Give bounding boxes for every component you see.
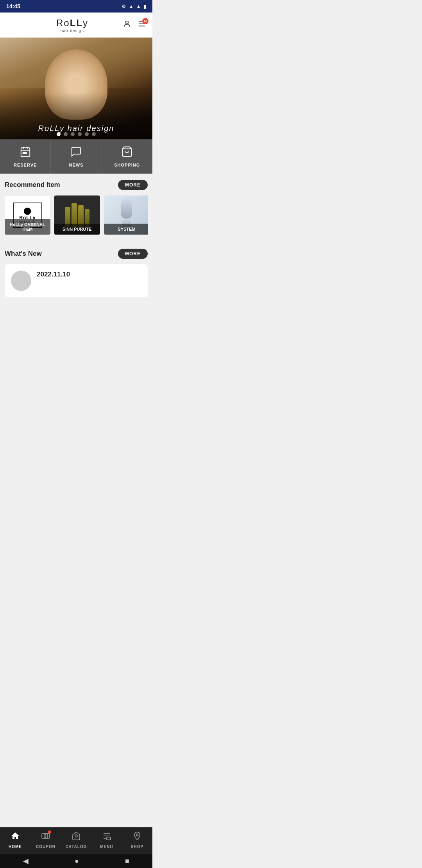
logo-main-text: RoLLy <box>56 18 88 29</box>
recommend-more-button[interactable]: MORE <box>118 180 148 190</box>
logo-sub-text: hair design <box>61 29 84 33</box>
hero-image: RoLLy hair design <box>0 38 152 139</box>
hero-carousel: RoLLy hair design <box>0 38 152 139</box>
product-label-sinn: SINN PURUTE <box>54 224 100 235</box>
news-card[interactable]: 2022.11.10 <box>5 264 148 297</box>
app-header: RoLLy hair design N <box>0 13 152 38</box>
svg-rect-8 <box>23 152 24 154</box>
product-grid: ⬤ RoLLy ORIGINAL RoLLy ORIGINAL ITEM <box>5 195 148 236</box>
quick-nav-news[interactable]: NEWS <box>51 140 102 174</box>
product-card-sinn[interactable]: SINN PURUTE <box>54 195 100 235</box>
whats-new-section: What's New MORE 2022.11.10 <box>0 242 152 303</box>
quick-nav-shopping[interactable]: SHOPPING <box>102 140 152 174</box>
svg-point-0 <box>125 21 128 24</box>
profile-button[interactable] <box>123 20 131 30</box>
settings-icon: ⚙ <box>122 4 126 9</box>
status-time: 14:45 <box>6 3 20 9</box>
notification-badge: N <box>142 18 148 24</box>
status-icons: ⚙ ▲ ▲ ▮ <box>122 4 146 9</box>
whats-new-header: What's New MORE <box>5 249 148 259</box>
signal-icon: ▲ <box>136 4 141 9</box>
shopping-label: SHOPPING <box>114 163 140 167</box>
product-card-system[interactable]: SYSTEM <box>104 195 148 235</box>
news-date: 2022.11.10 <box>37 271 70 278</box>
reserve-icon <box>20 146 31 160</box>
menu-button[interactable]: N <box>138 20 146 30</box>
quick-nav: RESERVE NEWS SHOPPING <box>0 139 152 174</box>
wifi-icon: ▲ <box>129 4 134 9</box>
svg-rect-9 <box>25 152 26 154</box>
recommend-title: Recommend Item <box>5 181 60 189</box>
shopping-icon <box>121 146 133 160</box>
header-actions: N <box>123 20 146 30</box>
reserve-label: RESERVE <box>14 163 37 167</box>
recommend-section: Recommend Item MORE ⬤ RoLLy ORIGINAL RoL… <box>0 174 152 242</box>
product-label-system: SYSTEM <box>104 224 148 235</box>
product-label-rolly: RoLLy ORIGINAL ITEM <box>5 219 50 235</box>
hero-text: RoLLy hair design <box>0 124 152 133</box>
news-label: NEWS <box>69 163 83 167</box>
brand-logo: RoLLy hair design <box>56 18 88 33</box>
quick-nav-reserve[interactable]: RESERVE <box>0 140 51 174</box>
news-content: 2022.11.10 <box>37 271 70 278</box>
news-avatar <box>11 271 31 291</box>
battery-icon: ▮ <box>143 4 146 9</box>
news-icon <box>70 146 82 160</box>
recommend-header: Recommend Item MORE <box>5 180 148 190</box>
hero-brand-text: RoLLy hair design <box>38 124 114 133</box>
status-bar: 14:45 ⚙ ▲ ▲ ▮ <box>0 0 152 13</box>
product-card-rolly[interactable]: ⬤ RoLLy ORIGINAL RoLLy ORIGINAL ITEM <box>5 195 50 235</box>
whats-new-title: What's New <box>5 250 42 258</box>
whats-new-more-button[interactable]: MORE <box>118 249 148 259</box>
